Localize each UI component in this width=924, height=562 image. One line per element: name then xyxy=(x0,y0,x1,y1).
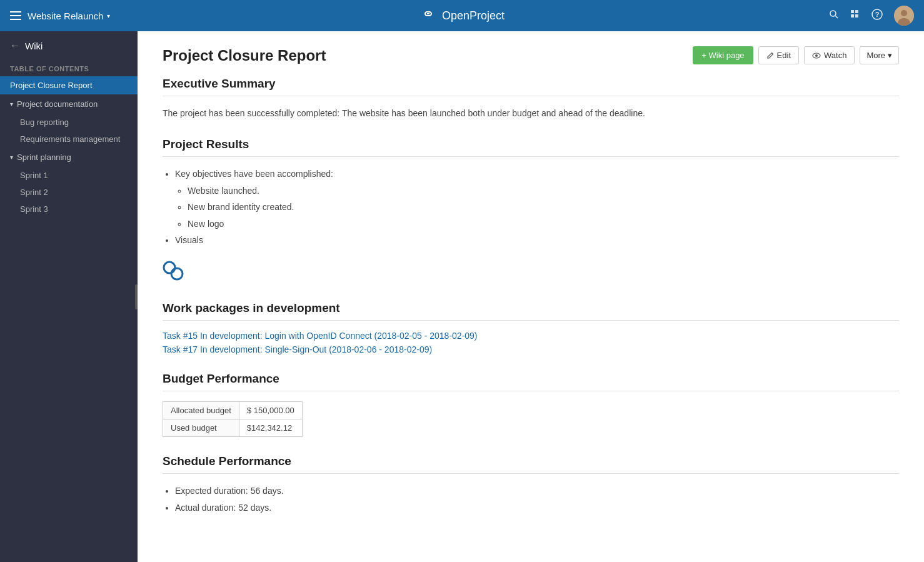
list-item: New logo xyxy=(188,217,899,231)
section-expand-icon: ▾ xyxy=(10,101,13,108)
sidebar-resize-handle[interactable] xyxy=(135,31,138,562)
sidebar-wiki-header[interactable]: ← Wiki xyxy=(0,31,138,60)
budget-table: Allocated budget $ 150,000.00 Used budge… xyxy=(163,401,303,437)
table-row: Used budget $142,342.12 xyxy=(163,419,303,437)
schedule-performance-section: Schedule Performance Expected duration: … xyxy=(163,454,899,514)
content-area: Project Closure Report + Wiki page Edit … xyxy=(138,31,924,562)
sidebar-item-sprint-2[interactable]: Sprint 2 xyxy=(0,184,138,201)
project-name[interactable]: Website Relaunch ▾ xyxy=(28,11,110,21)
project-results-heading: Project Results xyxy=(163,138,899,151)
schedule-list: Expected duration: 56 days. Actual durat… xyxy=(163,484,899,514)
list-item: Expected duration: 56 days. xyxy=(175,484,899,498)
section-expand-icon: ▾ xyxy=(10,154,13,161)
list-item: Website launched. xyxy=(188,184,899,198)
section-divider xyxy=(163,473,899,474)
top-navigation: Website Relaunch ▾ OpenProject xyxy=(0,0,924,31)
logo-image-placeholder xyxy=(163,257,899,284)
task-link-row: Task #15 In development: Login with Open… xyxy=(163,331,899,341)
list-item: Visuals xyxy=(175,233,899,247)
svg-point-9 xyxy=(901,10,907,16)
budget-label: Allocated budget xyxy=(163,402,239,419)
section-divider xyxy=(163,156,899,157)
sidebar-item-requirements-management[interactable]: Requirements management xyxy=(0,131,138,148)
sidebar: ← Wiki TABLE OF CONTENTS Project Closure… xyxy=(0,31,138,562)
work-packages-heading: Work packages in development xyxy=(163,301,899,315)
project-results-list: Key objectives have been accomplished: W… xyxy=(163,167,899,247)
page-header: Project Closure Report + Wiki page Edit … xyxy=(163,46,899,64)
grid-icon[interactable] xyxy=(850,9,860,22)
svg-point-0 xyxy=(830,11,836,16)
section-divider xyxy=(163,96,899,96)
openproject-logo-text: OpenProject xyxy=(442,9,505,23)
sidebar-item-sprint-1[interactable]: Sprint 1 xyxy=(0,167,138,184)
budget-label: Used budget xyxy=(163,419,239,437)
svg-rect-14 xyxy=(171,268,183,279)
task-17-link[interactable]: Task #17 In development: Single-Sign-Out… xyxy=(163,344,432,354)
budget-value: $142,342.12 xyxy=(239,419,302,437)
sidebar-item-bug-reporting[interactable]: Bug reporting xyxy=(0,114,138,131)
user-avatar[interactable] xyxy=(894,6,914,26)
sidebar-item-project-closure-report[interactable]: Project Closure Report xyxy=(0,76,138,94)
budget-performance-heading: Budget Performance xyxy=(163,372,899,386)
svg-text:?: ? xyxy=(875,11,880,18)
sub-list: Website launched. New brand identity cre… xyxy=(175,184,899,231)
sidebar-item-sprint-3[interactable]: Sprint 3 xyxy=(0,201,138,218)
svg-point-12 xyxy=(815,54,818,57)
budget-performance-section: Budget Performance Allocated budget $ 15… xyxy=(163,372,899,437)
wiki-page-button[interactable]: + Wiki page xyxy=(693,46,753,64)
section-divider xyxy=(163,320,899,321)
svg-rect-13 xyxy=(164,262,175,273)
edit-button[interactable]: Edit xyxy=(758,46,799,64)
budget-value: $ 150,000.00 xyxy=(239,402,302,419)
sidebar-section-sprint-planning[interactable]: ▾ Sprint planning xyxy=(0,148,138,167)
svg-rect-3 xyxy=(855,10,858,13)
executive-summary-section: Executive Summary The project has been s… xyxy=(163,77,899,120)
project-dropdown-icon: ▾ xyxy=(107,13,110,19)
work-packages-section: Work packages in development Task #15 In… xyxy=(163,301,899,354)
schedule-performance-heading: Schedule Performance xyxy=(163,454,899,468)
executive-summary-heading: Executive Summary xyxy=(163,77,899,91)
svg-line-1 xyxy=(836,16,838,19)
svg-rect-4 xyxy=(851,14,854,18)
sidebar-section-project-documentation[interactable]: ▾ Project documentation xyxy=(0,94,138,114)
help-icon[interactable]: ? xyxy=(871,9,883,23)
svg-rect-2 xyxy=(851,10,854,13)
svg-rect-5 xyxy=(855,14,858,18)
back-arrow-icon: ← xyxy=(10,40,20,51)
page-title: Project Closure Report xyxy=(163,47,326,64)
page-actions: + Wiki page Edit Watch More ▾ xyxy=(693,46,899,64)
watch-button[interactable]: Watch xyxy=(804,46,855,64)
executive-summary-text: The project has been successfully comple… xyxy=(163,106,899,120)
list-item: Actual duration: 52 days. xyxy=(175,501,899,514)
section-divider xyxy=(163,391,899,391)
more-dropdown-icon: ▾ xyxy=(888,51,892,60)
task-link-row: Task #17 In development: Single-Sign-Out… xyxy=(163,344,899,354)
toc-label: TABLE OF CONTENTS xyxy=(0,60,138,76)
more-button[interactable]: More ▾ xyxy=(860,46,899,64)
task-15-link[interactable]: Task #15 In development: Login with Open… xyxy=(163,331,478,341)
list-item: Key objectives have been accomplished: W… xyxy=(175,167,899,231)
table-row: Allocated budget $ 150,000.00 xyxy=(163,402,303,419)
sidebar-wiki-label: Wiki xyxy=(25,41,43,51)
search-icon[interactable] xyxy=(829,9,839,22)
openproject-logo-icon xyxy=(419,8,437,24)
list-item: New brand identity created. xyxy=(188,200,899,214)
project-results-section: Project Results Key objectives have been… xyxy=(163,138,899,284)
hamburger-menu-icon[interactable] xyxy=(10,11,21,20)
